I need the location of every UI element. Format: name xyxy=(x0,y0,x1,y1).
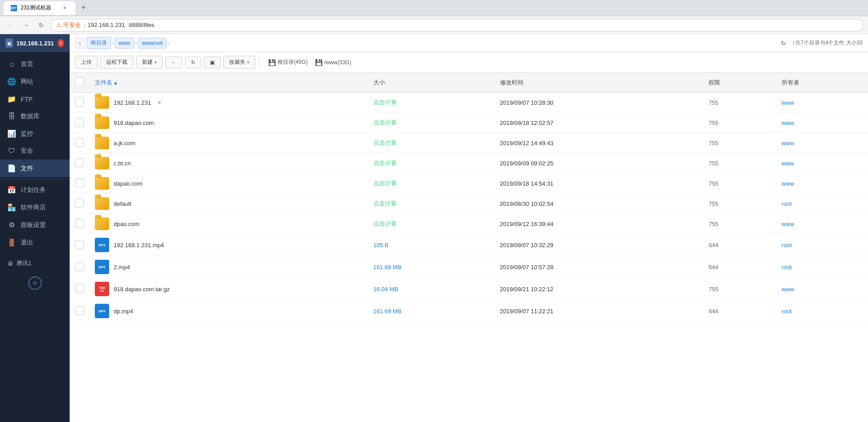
table-row: 192.168.1.231➤点击计算2019/09/07 10:28:30755… xyxy=(70,93,868,113)
breadcrumb-sep-3: › xyxy=(168,40,169,46)
bookmark-button[interactable]: 收藏夹 ▾ xyxy=(223,56,255,69)
row-checkbox[interactable] xyxy=(75,98,84,107)
account-name: 腾讯1 xyxy=(17,259,31,267)
row-checkbox[interactable] xyxy=(75,118,84,127)
select-all-checkbox[interactable] xyxy=(75,77,84,86)
targz-file-icon: TAR.GZ xyxy=(95,282,109,296)
reload-button[interactable]: ↻ xyxy=(35,19,48,31)
row-permissions-cell: 644 xyxy=(703,234,776,256)
file-name-text[interactable]: 918.dapao.com.tar.gz xyxy=(114,286,170,293)
forward-button[interactable]: → xyxy=(20,19,32,31)
row-checkbox[interactable] xyxy=(75,262,84,271)
file-name-content: 192.168.1.231➤ xyxy=(95,96,363,109)
breadcrumb-item-www[interactable]: www xyxy=(115,38,134,49)
remote-download-button[interactable]: 远程下载 xyxy=(100,56,133,69)
sidebar-item-security[interactable]: 🛡 安全 xyxy=(0,142,70,160)
terminal-icon: ▣ xyxy=(210,59,215,66)
row-checkbox[interactable] xyxy=(75,219,84,228)
sidebar-label-settings: 面板设置 xyxy=(21,221,46,229)
row-size-cell[interactable]: 点击计算 xyxy=(368,173,495,194)
disk-www: 💾 /www(33G) xyxy=(315,59,351,66)
tab-close-button[interactable]: ✕ xyxy=(61,4,68,12)
row-owner-cell: www xyxy=(776,153,868,173)
file-name-content: MP4dp.mp4 xyxy=(95,304,363,318)
sidebar-item-database[interactable]: 🗄 数据库 xyxy=(0,108,70,125)
table-row: c.bt.cn点击计算2019/09/09 09:02:25755www xyxy=(70,153,868,173)
add-server-button[interactable]: + xyxy=(28,276,42,290)
file-name-text[interactable]: 192.168.1.231 xyxy=(114,99,151,106)
row-checkbox[interactable] xyxy=(75,240,84,249)
row-modified-cell: 2019/09/07 11:22:21 xyxy=(495,300,704,322)
website-icon: 🌐 xyxy=(7,77,16,86)
row-permissions-cell: 755 xyxy=(703,214,776,234)
row-size-cell[interactable]: 点击计算 xyxy=(368,93,495,113)
row-size-cell[interactable]: 点击计算 xyxy=(368,113,495,133)
row-checkbox[interactable] xyxy=(75,158,84,167)
table-row: MP42.mp4161.69 MB2019/09/07 10:57:28644r… xyxy=(70,256,868,278)
row-size-cell[interactable]: 点击计算 xyxy=(368,214,495,234)
row-size-cell: 161.69 MB xyxy=(368,300,495,322)
folder-icon xyxy=(95,96,109,109)
sidebar-item-home[interactable]: ⌂ 首页 xyxy=(0,56,70,73)
breadcrumb-back-button[interactable]: ‹ xyxy=(75,38,85,49)
file-name-content: dpao.com xyxy=(95,218,363,230)
file-name-text[interactable]: 192.168.1.231.mp4 xyxy=(114,242,164,249)
sidebar-item-scheduled[interactable]: 📅 计划任务 xyxy=(0,181,70,199)
table-header-row: 文件名 ▴ 大小 修改时间 权限 所有者 xyxy=(70,73,868,93)
file-name-text[interactable]: dapao.com xyxy=(114,180,142,187)
sidebar-item-ftp[interactable]: 📁 FTP xyxy=(0,90,70,108)
toolbar-refresh-button[interactable]: ↻ xyxy=(185,57,201,68)
row-size-cell: 161.69 MB xyxy=(368,256,495,278)
row-checkbox-cell xyxy=(70,300,89,322)
browser-tab[interactable]: BT 231测试机器 ✕ xyxy=(4,1,75,15)
sidebar-label-logout: 退出 xyxy=(21,239,33,247)
file-table-wrapper: 文件名 ▴ 大小 修改时间 权限 所有者 xyxy=(70,73,868,422)
row-checkbox[interactable] xyxy=(75,284,84,293)
toolbar-back-button[interactable]: ← xyxy=(165,57,182,68)
row-checkbox-cell xyxy=(70,256,89,278)
file-name-text[interactable]: dpao.com xyxy=(114,221,139,227)
row-owner-cell: root xyxy=(776,300,868,322)
row-checkbox[interactable] xyxy=(75,199,84,208)
file-name-text[interactable]: c.bt.cn xyxy=(114,160,131,167)
new-tab-button[interactable]: + xyxy=(77,2,90,14)
sidebar-item-logout[interactable]: 🚪 退出 xyxy=(0,234,70,251)
row-checkbox[interactable] xyxy=(75,138,84,147)
file-name-text[interactable]: 918.dapao.com xyxy=(114,120,154,126)
sidebar-item-website[interactable]: 🌐 网站 xyxy=(0,73,70,90)
sidebar-label-database: 数据库 xyxy=(21,112,40,120)
file-name-text[interactable]: a.jk.com xyxy=(114,140,135,147)
sidebar-item-monitor[interactable]: 📊 监控 xyxy=(0,125,70,142)
new-button[interactable]: 新建 ▾ xyxy=(136,56,163,69)
terminal-button[interactable]: ▣ xyxy=(204,57,221,68)
row-modified-cell: 2019/09/12 16:39:44 xyxy=(495,214,704,234)
upload-button[interactable]: 上传 xyxy=(75,56,97,69)
sidebar-divider xyxy=(0,179,70,179)
breadcrumb-item-wwwroot[interactable]: wwwroot xyxy=(138,38,167,49)
back-button[interactable]: ← xyxy=(4,19,17,31)
row-name-cell: c.bt.cn xyxy=(89,153,368,173)
row-size-cell[interactable]: 点击计算 xyxy=(368,194,495,214)
file-name-content: default xyxy=(95,197,363,210)
folder-icon xyxy=(95,197,109,210)
breadcrumb-sep-2: › xyxy=(135,40,137,46)
row-name-cell: a.jk.com xyxy=(89,133,368,153)
row-modified-cell: 2019/09/07 10:32:29 xyxy=(495,234,704,256)
sidebar-item-files[interactable]: 📄 文件 xyxy=(0,160,70,177)
table-row: dapao.com点击计算2019/09/18 14:54:31755www xyxy=(70,173,868,194)
file-name-text[interactable]: dp.mp4 xyxy=(114,308,133,315)
file-name-text[interactable]: 2.mp4 xyxy=(114,264,130,271)
address-bar[interactable]: ⚠ 不安全 | 192.168.1.231 :8888/files xyxy=(50,19,864,31)
disk-root-label: 根目录(45G) xyxy=(278,58,308,66)
row-size-cell[interactable]: 点击计算 xyxy=(368,153,495,173)
breadcrumb-item-root[interactable]: 根目录 xyxy=(87,37,111,49)
breadcrumb-refresh-button[interactable]: ↻ xyxy=(777,38,790,49)
file-name-text[interactable]: default xyxy=(114,200,131,207)
sidebar-item-appstore[interactable]: 🏪 软件商店 xyxy=(0,199,70,216)
row-checkbox[interactable] xyxy=(75,178,84,187)
sidebar-item-settings[interactable]: ⚙ 面板设置 xyxy=(0,216,70,234)
row-size-cell: 16.04 MB xyxy=(368,278,495,300)
row-size-cell[interactable]: 点击计算 xyxy=(368,133,495,153)
server-name: 192.168.1.231 xyxy=(17,40,54,47)
row-checkbox[interactable] xyxy=(75,306,84,315)
